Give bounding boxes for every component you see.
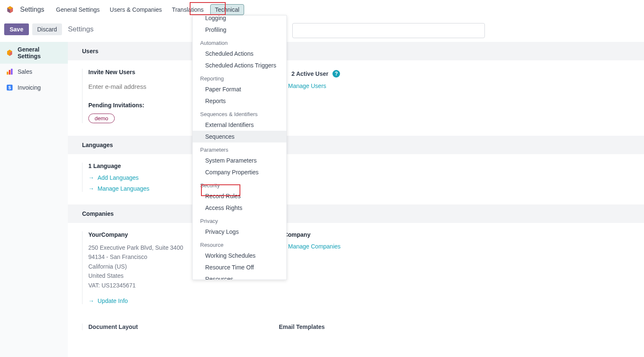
dropdown-item[interactable]: Reports — [193, 95, 286, 107]
nav-users-companies[interactable]: Users & Companies — [106, 4, 165, 16]
dropdown-section-title: Security — [193, 178, 286, 190]
company-count: 1 Company — [279, 231, 630, 238]
bar-chart-icon — [6, 68, 13, 75]
invoice-icon: $ — [6, 84, 13, 91]
dropdown-item[interactable]: Resource Time Off — [193, 261, 286, 273]
app-title: Settings — [20, 6, 44, 13]
dropdown-item[interactable]: Sequences — [193, 131, 286, 142]
document-layout-label: Document Layout — [82, 323, 270, 330]
dropdown-item[interactable]: Scheduled Actions Triggers — [193, 60, 286, 71]
email-templates-label: Email Templates — [270, 323, 630, 330]
app-logo-icon — [6, 5, 14, 14]
sidebar: General Settings Sales $ Invoicing — [0, 42, 68, 357]
discard-button[interactable]: Discard — [32, 23, 62, 35]
dropdown-item[interactable]: Company Properties — [193, 166, 286, 178]
sidebar-item-general[interactable]: General Settings — [0, 42, 68, 64]
manage-users-link[interactable]: → Manage Users — [279, 83, 630, 89]
update-info-link[interactable]: → Update Info — [88, 298, 270, 304]
nav-general-settings[interactable]: General Settings — [53, 4, 103, 16]
section-companies-body: YourCompany 250 Executive Park Blvd, Sui… — [68, 223, 644, 317]
svg-rect-0 — [7, 72, 8, 75]
arrow-right-icon: → — [88, 298, 94, 304]
dropdown-item[interactable]: System Parameters — [193, 155, 286, 166]
dropdown-item[interactable]: Privacy Logs — [193, 226, 286, 238]
dropdown-section-title: Reporting — [193, 71, 286, 83]
arrow-right-icon: → — [88, 174, 94, 181]
manage-companies-link[interactable]: → Manage Companies — [279, 243, 630, 250]
dropdown-item[interactable]: Profiling — [193, 24, 286, 36]
dropdown-item[interactable]: Scheduled Actions — [193, 48, 286, 60]
svg-rect-1 — [9, 70, 10, 75]
save-button[interactable]: Save — [4, 23, 29, 35]
help-icon[interactable]: ? — [332, 70, 340, 78]
main-panel: Users Invite New Users Pending Invitatio… — [68, 42, 644, 357]
svg-rect-2 — [11, 69, 13, 75]
content: General Settings Sales $ Invoicing Users — [0, 42, 644, 357]
search-input[interactable] — [292, 23, 485, 38]
sidebar-item-sales[interactable]: Sales — [0, 64, 68, 80]
active-users-count: 2 Active User — [291, 70, 328, 77]
section-users-header: Users — [68, 42, 644, 60]
section-languages-header: Languages — [68, 136, 644, 154]
section-users-body: Invite New Users Pending Invitations: de… — [68, 60, 644, 136]
dropdown-item[interactable]: Resources — [193, 273, 286, 280]
nav-translations[interactable]: Translations — [169, 4, 207, 16]
dropdown-section-title: Resource — [193, 238, 286, 250]
dropdown-section-title: Parameters — [193, 142, 286, 155]
section-document-layout: Document Layout Email Templates — [68, 317, 644, 337]
dropdown-item[interactable]: Working Schedules — [193, 250, 286, 261]
dropdown-item[interactable]: Paper Format — [193, 83, 286, 95]
sidebar-item-label: Invoicing — [18, 84, 41, 91]
dropdown-item[interactable]: Record Rules — [193, 190, 286, 202]
breadcrumb: Settings — [68, 25, 93, 34]
sidebar-item-label: Sales — [18, 68, 32, 75]
top-nav: Settings General Settings Users & Compan… — [0, 0, 644, 19]
dropdown-section-title: Sequences & Identifiers — [193, 107, 286, 119]
sidebar-item-invoicing[interactable]: $ Invoicing — [0, 80, 68, 96]
dropdown-item[interactable]: Access Rights — [193, 202, 286, 214]
nav-technical[interactable]: Technical — [210, 4, 244, 15]
section-companies-header: Companies — [68, 204, 644, 223]
arrow-right-icon: → — [88, 185, 94, 192]
dropdown-section-title: Privacy — [193, 214, 286, 226]
sidebar-item-label: General Settings — [18, 46, 62, 60]
section-languages-body: 1 Language → Add Languages → Manage Lang… — [68, 154, 644, 204]
dropdown-section-title: Automation — [193, 36, 286, 48]
technical-dropdown[interactable]: LoggingProfilingAutomationScheduled Acti… — [192, 15, 287, 280]
pending-invitation-tag[interactable]: demo — [88, 114, 115, 123]
gear-icon — [6, 49, 13, 57]
company-vat: VAT: US12345671 — [88, 281, 270, 290]
dropdown-item[interactable]: Logging — [193, 15, 286, 24]
dropdown-item[interactable]: External Identifiers — [193, 119, 286, 131]
svg-text:$: $ — [8, 85, 11, 90]
